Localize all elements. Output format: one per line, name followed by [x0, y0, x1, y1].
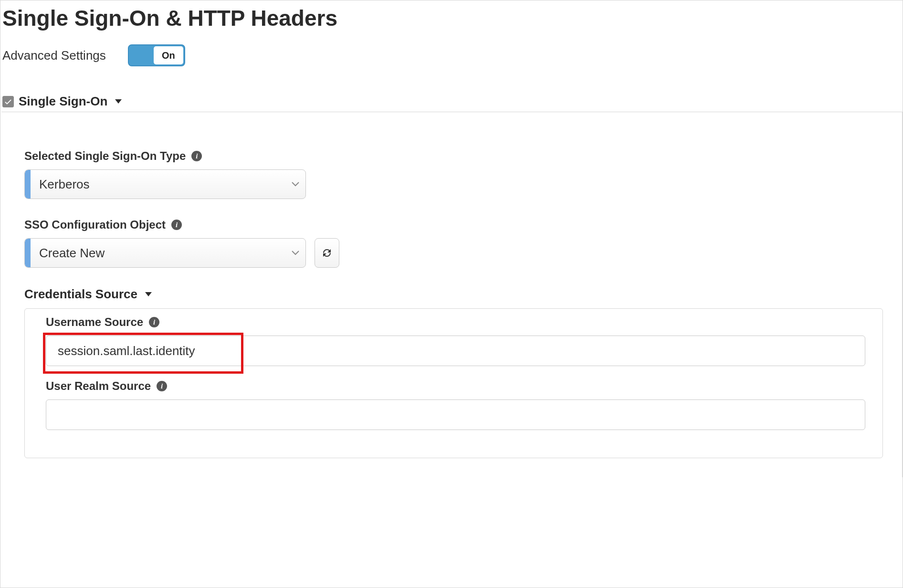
sso-section-title: Single Sign-On [19, 94, 107, 109]
info-icon[interactable]: i [171, 220, 182, 230]
sso-checkbox[interactable] [2, 96, 14, 107]
chevron-down-icon [115, 99, 122, 104]
check-icon [4, 97, 12, 106]
sso-config-value: Create New [31, 246, 285, 261]
sso-section-header[interactable]: Single Sign-On [0, 94, 903, 109]
info-icon[interactable]: i [157, 381, 167, 391]
sso-type-label-text: Selected Single Sign-On Type [24, 149, 186, 163]
advanced-settings-row: Advanced Settings On [0, 44, 903, 66]
sso-config-select[interactable]: Create New [24, 238, 306, 268]
advanced-settings-toggle[interactable]: On [128, 44, 185, 66]
credentials-source-header[interactable]: Credentials Source [24, 287, 883, 302]
chevron-down-icon [285, 251, 305, 255]
sso-panel: Selected Single Sign-On Type i Kerberos … [1, 112, 903, 477]
refresh-icon [321, 247, 333, 259]
sso-type-label: Selected Single Sign-On Type i [24, 149, 883, 163]
info-icon[interactable]: i [149, 317, 159, 327]
page-title: Single Sign-On & HTTP Headers [0, 0, 903, 44]
credentials-source-title: Credentials Source [24, 287, 137, 302]
user-realm-source-label-text: User Realm Source [46, 379, 151, 393]
refresh-button[interactable] [315, 238, 339, 268]
username-source-input[interactable] [46, 336, 865, 366]
toggle-state: On [162, 50, 175, 61]
sso-type-value: Kerberos [31, 177, 285, 192]
user-realm-source-label: User Realm Source i [46, 379, 865, 393]
user-realm-source-wrap [46, 399, 865, 430]
select-accent [25, 239, 31, 267]
info-icon[interactable]: i [191, 151, 202, 161]
toggle-knob: On [154, 46, 183, 64]
username-source-label: Username Source i [46, 315, 865, 329]
chevron-down-icon [145, 292, 152, 296]
sso-config-label: SSO Configuration Object i [24, 218, 883, 231]
sso-type-select[interactable]: Kerberos [24, 169, 306, 199]
select-accent [25, 170, 31, 199]
advanced-settings-label: Advanced Settings [2, 48, 106, 63]
username-source-label-text: Username Source [46, 315, 143, 329]
sso-config-label-text: SSO Configuration Object [24, 218, 166, 231]
credentials-source-panel: Username Source i User Realm Source i [24, 308, 883, 458]
username-source-highlight [46, 336, 865, 366]
user-realm-source-input[interactable] [46, 399, 865, 430]
chevron-down-icon [285, 182, 305, 187]
